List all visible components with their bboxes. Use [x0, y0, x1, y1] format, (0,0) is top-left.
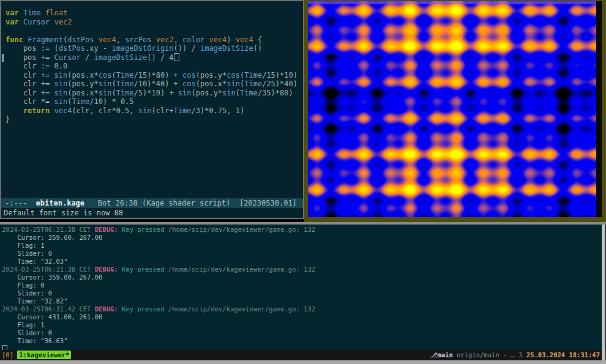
code-token: ( — [111, 80, 116, 88]
tmux-session-and-window[interactable]: [0] 1:kageviewer* — [2, 350, 71, 360]
slider-strip[interactable] — [308, 1, 596, 4]
code-line[interactable]: func Fragment(dstPos vec4, srcPos vec2, … — [6, 35, 302, 45]
code-token: return — [6, 106, 50, 115]
code-token: (pos.y* — [192, 89, 223, 97]
text-cursor — [174, 53, 179, 61]
code-token: color — [182, 35, 204, 44]
log-detail-line: Slider: 0 — [2, 329, 604, 337]
code-token: vec4 — [99, 35, 116, 44]
code-token: Cursor — [23, 18, 50, 26]
code-token: clr += — [6, 80, 54, 88]
code-line[interactable]: clr += sin(pos.x*sin(Time/5)*10) + sin(p… — [6, 89, 302, 98]
code-token: () — [253, 44, 262, 53]
code-token: (clr, clr*0.5, — [72, 106, 138, 115]
code-token: var — [6, 9, 19, 17]
code-token — [19, 9, 23, 17]
code-line[interactable]: clr += sin(pos.y*sin(Time/10)*40) + cos(… — [6, 80, 302, 89]
code-token — [19, 18, 23, 26]
shader-canvas[interactable] — [308, 1, 596, 217]
code-token: /5)*10) + — [134, 89, 178, 97]
log-field: Key pressed — [118, 266, 168, 273]
code-token: (pos.y* — [196, 71, 227, 80]
log-detail-line: Slider: 0 — [2, 250, 604, 258]
code-token: Time — [244, 71, 262, 80]
log-detail-line: Slider: 0 — [2, 289, 604, 297]
screen: var Time floatvar Cursor vec2func Fragme… — [0, 0, 606, 364]
code-line[interactable]: clr += sin(pos.x*cos(Time/15)*80) + cos(… — [6, 71, 302, 80]
code-token: clr := 0.0 — [6, 62, 67, 70]
code-token: ( — [111, 71, 116, 80]
code-line[interactable]: var Cursor vec2 — [6, 18, 302, 27]
log-detail-line: Time: "32.03" — [2, 258, 604, 266]
code-line[interactable]: pos += Cursor / imageDstSize() / 4 — [6, 53, 302, 62]
tmux-left-segment: [0] — [2, 351, 17, 358]
emacs-modeline: -:--- ebiten.kage Bot 26:38 (Kage shader… — [1, 198, 303, 208]
modeline-segment: [F — [301, 199, 303, 207]
tmux-status-bar: [0] 1:kageviewer* ⎇main origin/main - … … — [0, 350, 606, 360]
code-token: (pos.x* — [67, 71, 99, 80]
code-token: func — [6, 35, 23, 44]
log-field: /home/scip/dev/kageviewer/game.go: 132 — [168, 266, 315, 273]
log-scrollbar[interactable] — [602, 225, 605, 360]
code-token: cos — [226, 71, 240, 80]
log-field: DEBUG: — [95, 305, 118, 313]
code-token: ()) / — [174, 44, 200, 53]
fringe-indicator — [2, 54, 4, 62]
code-token: } — [6, 115, 10, 124]
code-line[interactable]: var Time float — [6, 9, 302, 18]
log-field: /home/scip/dev/kageviewer/game.go: 132 — [168, 305, 315, 313]
code-buffer[interactable]: var Time floatvar Cursor vec2func Fragme… — [6, 9, 302, 197]
log-detail-line: Cursor: 431.00, 261.00 — [2, 313, 604, 321]
code-token: srcPos — [125, 35, 151, 44]
tmux-left-segment: 1:kageviewer* — [17, 351, 71, 359]
tmux-right-segment: main — [437, 351, 452, 358]
code-token: vec2 — [156, 35, 174, 44]
code-token: sin — [99, 89, 112, 97]
log-panel[interactable]: 2024-03-25T06:31.38 CET DEBUG: Key press… — [0, 225, 604, 351]
log-entry-header: 2024-03-25T06:31.38 CET DEBUG: Key press… — [2, 226, 604, 234]
code-token: (pos.x* — [196, 80, 227, 88]
code-token: cos — [182, 71, 196, 80]
log-field: DEBUG: — [95, 266, 118, 273]
code-token: Time — [174, 106, 192, 115]
code-token: float — [45, 9, 67, 17]
code-token: vec2 — [54, 18, 72, 26]
code-line[interactable]: } — [6, 115, 302, 124]
git-branch-icon: ⎇ — [430, 351, 437, 358]
shader-right-gutter — [596, 1, 602, 217]
log-detail-line: Cursor: 359.00, 267.00 — [2, 273, 604, 281]
code-token — [94, 35, 99, 44]
code-token: Time — [244, 80, 262, 88]
code-token: clr += — [6, 71, 54, 80]
log-detail-line: Flag: 1 — [2, 242, 604, 250]
tmux-right-segment: … 3 — [511, 351, 526, 358]
log-detail-line: Flag: 1 — [2, 321, 604, 329]
code-line[interactable]: clr *= sin(Time/10) * 0.5 — [6, 97, 302, 106]
modeline-segment: Bot 26:38 (Kage shader script) [20230530… — [84, 199, 301, 207]
code-token: Time — [116, 80, 134, 88]
code-token: /3)*0.75, 1) — [191, 106, 244, 115]
code-token: vec4 — [209, 35, 226, 44]
code-token: cos — [182, 80, 196, 88]
code-token: (pos.y* — [67, 80, 99, 88]
code-token: (pos.x* — [67, 89, 99, 97]
shader-viewer-window[interactable] — [304, 0, 606, 222]
code-token: clr += — [6, 89, 54, 97]
code-token: pos += — [6, 53, 54, 62]
tmux-right-status: ⎇main origin/main - … 3 25.03.2024 18:31… — [430, 350, 600, 360]
echo-area: Default font size is now 88 — [1, 208, 303, 218]
log-entry-header: 2024-03-25T06:31.38 CET DEBUG: Key press… — [2, 266, 604, 273]
code-token: ( — [111, 89, 116, 97]
code-token: Cursor — [54, 53, 80, 62]
code-line[interactable]: return vec4(clr, clr*0.5, sin(clr+Time/3… — [6, 106, 302, 116]
emacs-editor-window[interactable]: var Time floatvar Cursor vec2func Fragme… — [0, 0, 304, 219]
code-line[interactable]: clr := 0.0 — [6, 62, 302, 71]
code-token: { — [253, 35, 262, 44]
code-token: /15)*10) — [262, 71, 297, 80]
code-line[interactable] — [6, 26, 302, 35]
code-token: var — [6, 18, 19, 26]
log-field: 2024-03-25T06:31.38 CET — [2, 226, 95, 233]
code-token — [151, 35, 155, 44]
code-token: /15)*80) + — [134, 71, 182, 80]
code-line[interactable]: pos := (dstPos.xy - imageDstOrigin()) / … — [6, 44, 302, 53]
